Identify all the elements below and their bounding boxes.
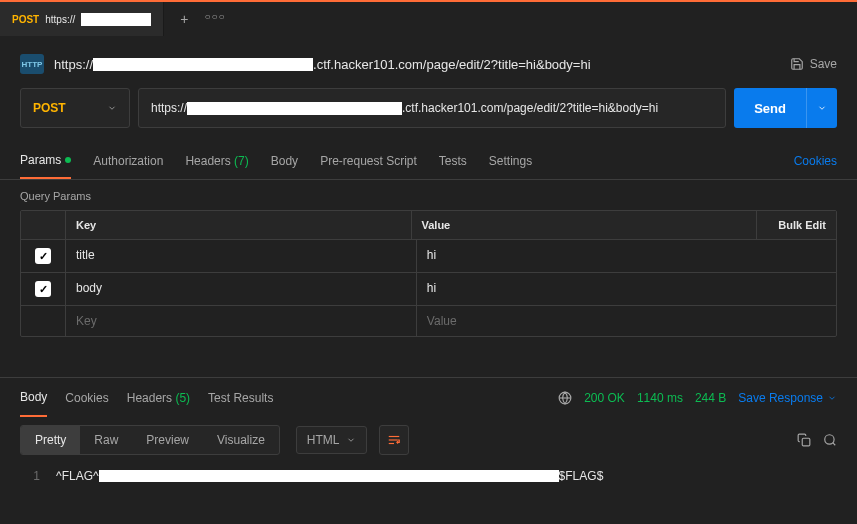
cookies-link[interactable]: Cookies bbox=[794, 154, 837, 168]
param-key[interactable]: body bbox=[65, 273, 416, 305]
params-dot-icon bbox=[65, 157, 71, 163]
resp-tab-test-results[interactable]: Test Results bbox=[208, 378, 273, 417]
response-size: 244 B bbox=[695, 391, 726, 405]
url-suffix: .ctf.hacker101.com/page/edit/2?title=hi&… bbox=[402, 101, 658, 115]
flag-prefix: ^FLAG^ bbox=[56, 469, 99, 483]
method-label: POST bbox=[33, 101, 66, 115]
tab-url-redacted bbox=[81, 13, 151, 26]
header-row: HTTP https:// .ctf.hacker101.com/page/ed… bbox=[0, 36, 857, 88]
request-tab[interactable]: POST https:// bbox=[0, 2, 164, 36]
request-tabs: Params Authorization Headers (7) Body Pr… bbox=[0, 142, 857, 180]
request-title: https:// .ctf.hacker101.com/page/edit/2?… bbox=[54, 57, 780, 72]
viewer-tab-raw[interactable]: Raw bbox=[80, 426, 132, 454]
chevron-down-icon bbox=[107, 103, 117, 113]
request-row: POST https:// .ctf.hacker101.com/page/ed… bbox=[0, 88, 857, 142]
tab-headers[interactable]: Headers (7) bbox=[185, 142, 248, 179]
svg-line-7 bbox=[833, 443, 836, 446]
chevron-down-icon bbox=[817, 103, 827, 113]
query-params-label: Query Params bbox=[0, 180, 857, 210]
response-meta: 200 OK 1140 ms 244 B Save Response bbox=[558, 391, 837, 405]
search-icon[interactable] bbox=[823, 433, 837, 447]
globe-icon[interactable] bbox=[558, 391, 572, 405]
viewer-tab-preview[interactable]: Preview bbox=[132, 426, 203, 454]
viewer-tab-visualize[interactable]: Visualize bbox=[203, 426, 279, 454]
params-table: Key Value Bulk Edit ✓ title hi ✓ body hi… bbox=[20, 210, 837, 337]
param-row: ✓ title hi bbox=[21, 240, 836, 273]
param-checkbox[interactable]: ✓ bbox=[21, 240, 65, 272]
params-header-row: Key Value Bulk Edit bbox=[21, 211, 836, 240]
http-badge-icon: HTTP bbox=[20, 54, 44, 74]
tab-body[interactable]: Body bbox=[271, 142, 298, 179]
viewer-right-actions bbox=[797, 433, 837, 447]
svg-rect-5 bbox=[802, 438, 810, 446]
chevron-down-icon bbox=[827, 393, 837, 403]
url-redacted bbox=[187, 102, 402, 115]
title-url-redacted bbox=[93, 58, 313, 71]
send-button[interactable]: Send bbox=[734, 88, 837, 128]
viewer-mode-tabs: Pretty Raw Preview Visualize bbox=[20, 425, 280, 455]
col-value-header: Value bbox=[411, 211, 757, 239]
svg-point-6 bbox=[825, 435, 834, 444]
param-checkbox[interactable]: ✓ bbox=[21, 273, 65, 305]
save-button[interactable]: Save bbox=[790, 57, 837, 71]
bulk-edit-button[interactable]: Bulk Edit bbox=[756, 211, 836, 239]
title-url-suffix: .ctf.hacker101.com/page/edit/2?title=hi&… bbox=[313, 57, 591, 72]
param-row: ✓ body hi bbox=[21, 273, 836, 306]
param-key-placeholder[interactable]: Key bbox=[65, 306, 416, 336]
code-content[interactable]: ^FLAG^ $FLAG$ bbox=[56, 469, 603, 483]
resp-tab-cookies[interactable]: Cookies bbox=[65, 378, 108, 417]
flag-suffix: $FLAG$ bbox=[559, 469, 604, 483]
response-code: 1 ^FLAG^ $FLAG$ bbox=[0, 463, 857, 483]
resp-tab-headers[interactable]: Headers (5) bbox=[127, 378, 190, 417]
response-tabs: Body Cookies Headers (5) Test Results 20… bbox=[0, 377, 857, 417]
tab-params[interactable]: Params bbox=[20, 142, 71, 179]
tab-url-prefix: https:// bbox=[45, 14, 75, 25]
tab-actions: + ○○○ bbox=[164, 11, 241, 27]
tab-authorization[interactable]: Authorization bbox=[93, 142, 163, 179]
new-tab-icon[interactable]: + bbox=[180, 11, 188, 27]
param-value[interactable]: hi bbox=[416, 240, 836, 272]
tab-settings[interactable]: Settings bbox=[489, 142, 532, 179]
param-checkbox-empty[interactable] bbox=[21, 306, 65, 336]
send-label: Send bbox=[734, 101, 806, 116]
line-number: 1 bbox=[20, 469, 40, 483]
url-input[interactable]: https:// .ctf.hacker101.com/page/edit/2?… bbox=[138, 88, 726, 128]
viewer-tab-pretty[interactable]: Pretty bbox=[21, 426, 80, 454]
resp-tab-body[interactable]: Body bbox=[20, 378, 47, 417]
tab-tests[interactable]: Tests bbox=[439, 142, 467, 179]
col-key-header: Key bbox=[65, 211, 411, 239]
copy-icon[interactable] bbox=[797, 433, 811, 447]
save-response-button[interactable]: Save Response bbox=[738, 391, 837, 405]
url-prefix: https:// bbox=[151, 101, 187, 115]
tab-prerequest[interactable]: Pre-request Script bbox=[320, 142, 417, 179]
wrap-icon bbox=[387, 433, 401, 447]
viewer-bar: Pretty Raw Preview Visualize HTML bbox=[0, 417, 857, 463]
title-url-prefix: https:// bbox=[54, 57, 93, 72]
checkbox-checked-icon: ✓ bbox=[35, 248, 51, 264]
tab-method: POST bbox=[12, 14, 39, 25]
response-status: 200 OK bbox=[584, 391, 625, 405]
code-line: 1 ^FLAG^ $FLAG$ bbox=[20, 469, 837, 483]
flag-redacted bbox=[99, 470, 559, 482]
param-value-placeholder[interactable]: Value bbox=[416, 306, 836, 336]
param-value[interactable]: hi bbox=[416, 273, 836, 305]
send-caret[interactable] bbox=[806, 88, 837, 128]
param-key[interactable]: title bbox=[65, 240, 416, 272]
save-icon bbox=[790, 57, 804, 71]
wrap-lines-button[interactable] bbox=[379, 425, 409, 455]
col-check-header bbox=[21, 211, 65, 239]
chevron-down-icon bbox=[346, 435, 356, 445]
checkbox-checked-icon: ✓ bbox=[35, 281, 51, 297]
url-input-text: https:// .ctf.hacker101.com/page/edit/2?… bbox=[151, 101, 713, 115]
param-row-empty: Key Value bbox=[21, 306, 836, 336]
method-select[interactable]: POST bbox=[20, 88, 130, 128]
response-time: 1140 ms bbox=[637, 391, 683, 405]
tab-bar: POST https:// + ○○○ bbox=[0, 0, 857, 36]
more-tabs-icon[interactable]: ○○○ bbox=[204, 11, 225, 27]
save-label: Save bbox=[810, 57, 837, 71]
lang-select[interactable]: HTML bbox=[296, 426, 367, 454]
